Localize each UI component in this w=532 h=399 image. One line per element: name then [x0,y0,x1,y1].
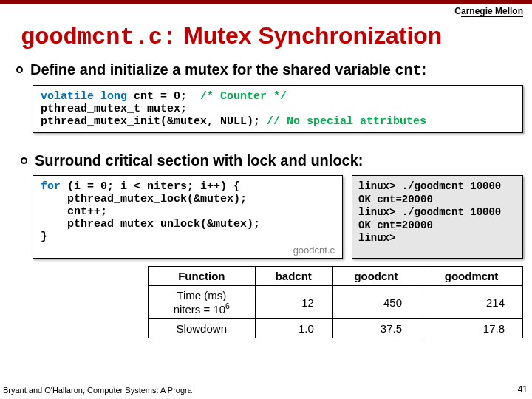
timing-table: Function badcnt goodcnt goodmcnt Time (m… [148,266,523,338]
th-badcnt: badcnt [255,267,332,286]
code1-l1b: cnt = 0; [127,90,200,103]
th-goodcnt: goodcnt [332,267,420,286]
code2-kw: for [41,180,61,193]
bullet-1: Define and initialize a mutex for the sh… [16,61,532,79]
code1-kw: volatile long [41,90,127,103]
row-time-a: Time (ms) [177,289,226,301]
institution-underline [461,16,523,17]
row-time-b: niters = 10 [174,303,225,316]
code2-l3: cnt++; [41,205,107,218]
term-l3: linux> ./goodmcnt 10000 [358,206,501,218]
timing-table-wrap: Function badcnt goodcnt goodmcnt Time (m… [148,266,523,338]
cell-time-goodcnt: 450 [332,286,420,319]
terminal-output: linux> ./goodmcnt 10000 OK cnt=20000 lin… [352,175,523,259]
slide: Carnegie Mellon goodmcnt.c: Mutex Synchr… [0,0,532,399]
code1-l2: pthread_mutex_t mutex; [41,103,187,115]
row-time-sup: 6 [225,301,230,310]
table-header-row: Function badcnt goodcnt goodmcnt [149,267,523,286]
code2-l2: pthread_mutex_lock(&mutex); [41,193,247,205]
code1-cmt2: // No special attributes [267,115,426,128]
bullet-icon [16,66,23,73]
top-red-bar [0,0,532,4]
bullet-1-text: Define and initialize a mutex for the sh… [30,61,426,79]
bullet-1-post: : [422,61,427,78]
th-function: Function [149,267,256,286]
term-l4: OK cnt=20000 [358,219,433,231]
code-and-terminal-row: for (i = 0; i < niters; i++) { pthread_m… [33,175,523,259]
cell-time-badcnt: 12 [255,286,332,319]
page-number: 41 [518,384,528,395]
code-block-2: for (i = 0; i < niters; i++) { pthread_m… [33,175,343,259]
cell-slow-goodmcnt: 17.8 [420,319,523,338]
bullet-icon [21,157,27,164]
title-text: Mutex Synchronization [177,22,442,49]
slide-title: goodmcnt.c: Mutex Synchronization [21,22,532,51]
code1-cmt1: /* Counter */ [200,90,287,103]
bullet-2: Surround critical section with lock and … [21,152,532,169]
row-slowdown-label: Slowdown [149,319,256,338]
code1-l3a: pthread_mutex_init(&mutex, NULL); [41,115,267,128]
code-block-1: volatile long cnt = 0; /* Counter */ pth… [33,85,523,133]
row-time-label: Time (ms) niters = 106 [149,286,256,319]
code2-filename: goodcnt.c [293,245,335,256]
th-goodmcnt: goodmcnt [420,267,523,286]
title-code: goodmcnt.c: [21,24,177,51]
bullet-1-mono: cnt [395,62,421,79]
cell-slow-badcnt: 1.0 [255,319,332,338]
code2-l4: pthread_mutex_unlock(&mutex); [41,218,260,231]
cell-slow-goodcnt: 37.5 [332,319,420,338]
table-row: Time (ms) niters = 106 12 450 214 [149,286,523,319]
term-l2: OK cnt=20000 [358,194,433,205]
table-row: Slowdown 1.0 37.5 17.8 [149,319,523,338]
institution-label: Carnegie Mellon [454,6,523,16]
term-l5: linux> [358,232,395,244]
bullet-2-text: Surround critical section with lock and … [35,152,364,169]
term-l1: linux> ./goodmcnt 10000 [358,180,501,192]
bullet-1-pre: Define and initialize a mutex for the sh… [30,61,395,78]
code2-l5: } [41,231,47,243]
footer-credit: Bryant and O'Hallaron, Computer Systems:… [3,386,192,395]
code2-l1b: (i = 0; i < niters; i++) { [61,180,240,193]
cell-time-goodmcnt: 214 [420,286,523,319]
